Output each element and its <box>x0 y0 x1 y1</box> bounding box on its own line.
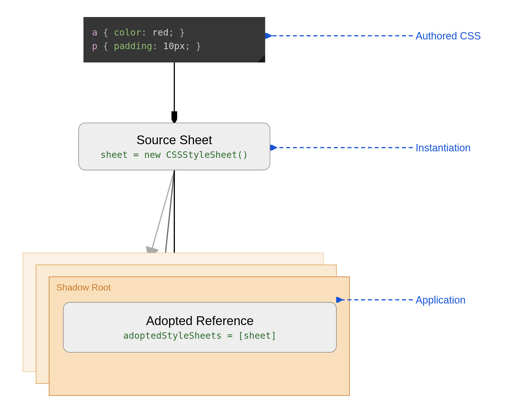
diagram-container: a { color: red; } p { padding: 10px; } <box>11 11 521 395</box>
code-line-1: a { color: red; } <box>92 26 257 39</box>
source-sheet-title: Source Sheet <box>137 133 212 147</box>
semicolon: ; <box>169 27 174 38</box>
css-value: red <box>152 27 169 38</box>
dashed-arrow-icon <box>270 145 416 150</box>
css-selector: p <box>92 41 97 51</box>
svg-line-1 <box>150 170 174 254</box>
adopted-reference-box: Adopted Reference adoptedStyleSheets = [… <box>63 302 337 353</box>
svg-line-2 <box>164 170 174 266</box>
adopted-reference-code: adoptedStyleSheets = [sheet] <box>123 330 276 341</box>
colon: : <box>152 41 158 51</box>
shadow-root-label: Shadow Root <box>56 282 111 293</box>
annotation-authored-css: Authored CSS <box>416 30 481 42</box>
arrow-down-icon <box>171 62 177 123</box>
semicolon: ; <box>185 41 190 51</box>
shadow-root-stack: Shadow Root Adopted Reference adoptedSty… <box>23 253 335 383</box>
colon: : <box>141 27 146 38</box>
source-sheet-box: Source Sheet sheet = new CSSStyleSheet() <box>78 123 270 170</box>
css-property: padding <box>114 41 152 51</box>
brace-open: { <box>103 41 108 51</box>
source-sheet-code: sheet = new CSSStyleSheet() <box>100 149 248 160</box>
brace-close: } <box>196 41 201 51</box>
annotation-application: Application <box>416 294 466 306</box>
shadow-root-front: Shadow Root Adopted Reference adoptedSty… <box>49 277 350 396</box>
brace-close: } <box>179 27 185 38</box>
css-property: color <box>114 27 141 38</box>
adopted-reference-title: Adopted Reference <box>146 314 254 328</box>
annotation-instantiation: Instantiation <box>416 142 471 154</box>
css-value: 10px <box>163 41 185 51</box>
css-selector: a <box>92 27 97 38</box>
dashed-arrow-icon <box>265 33 416 39</box>
authored-css-code-block: a { color: red; } p { padding: 10px; } <box>83 17 265 62</box>
code-line-2: p { padding: 10px; } <box>92 39 257 53</box>
brace-open: { <box>103 27 108 38</box>
